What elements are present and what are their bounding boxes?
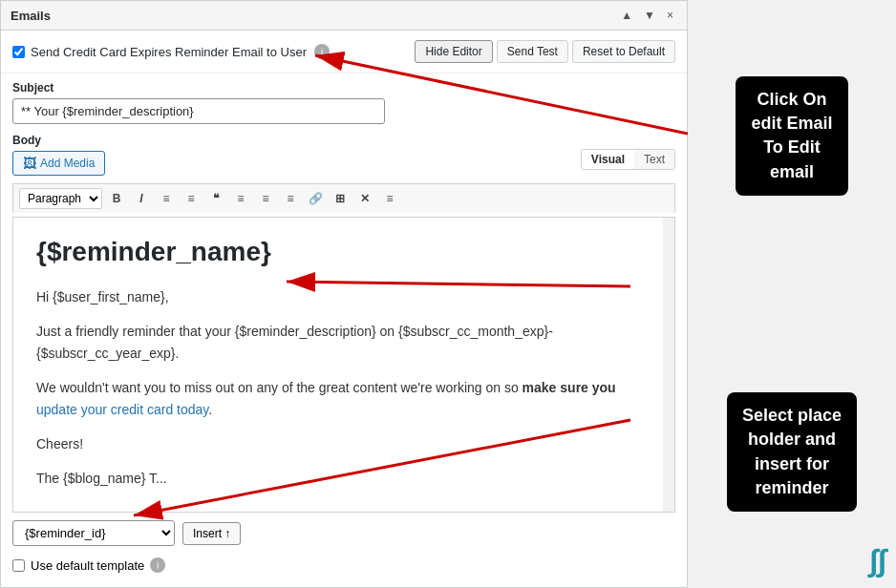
link-btn[interactable]: 🔗 <box>305 188 326 209</box>
use-default-row: Use default template i <box>1 554 687 577</box>
placeholder-select[interactable]: {$reminder_id} <box>12 520 175 546</box>
arrow-up-btn[interactable]: ▲ <box>617 7 636 24</box>
top-annotation: Click On edit Email To Edit email <box>736 76 847 196</box>
panel-arrows: ▲ ▼ × <box>617 7 677 24</box>
cheers-text: Cheers! <box>36 433 651 454</box>
editor-toolbar: Paragraph B I ≡ ≡ ❝ ≡ ≡ ≡ 🔗 ⊞ ✕ ≡ <box>12 183 675 213</box>
subject-section: Subject <box>1 74 687 128</box>
paragraph-select[interactable]: Paragraph <box>19 188 102 209</box>
body-section: Body 🖼 Add Media Visual Text <box>1 128 687 179</box>
credit-card-link[interactable]: update your credit card today <box>36 402 208 417</box>
add-media-button[interactable]: 🖼 Add Media <box>12 151 105 176</box>
signature-text: The {$blog_name} T... <box>36 468 651 489</box>
use-default-label: Use default template <box>31 558 144 573</box>
reset-to-default-button[interactable]: Reset to Default <box>572 40 675 63</box>
add-media-label: Add Media <box>40 157 95 170</box>
email-editor[interactable]: {$reminder_name} Hi {$user_first_name}, … <box>12 217 675 513</box>
use-default-info-icon[interactable]: i <box>150 557 165 573</box>
logo-icon: ∫∫ <box>869 543 886 578</box>
email-toggle-row: Send Credit Card Expires Reminder Email … <box>1 31 687 74</box>
more-btn[interactable]: ≡ <box>379 188 400 209</box>
info-icon[interactable]: i <box>314 44 330 59</box>
footer-row: {$reminder_id} Insert ↑ <box>1 513 687 554</box>
align-center-btn[interactable]: ≡ <box>255 188 276 209</box>
hide-editor-button[interactable]: Hide Editor <box>415 40 492 63</box>
body-label: Body <box>12 134 675 147</box>
insert-button[interactable]: Insert ↑ <box>182 522 241 545</box>
logo-area: ∫∫ <box>869 543 886 578</box>
bottom-annotation: Select place holder and insert for remin… <box>727 392 857 512</box>
arrow-down-btn[interactable]: ▼ <box>640 7 659 24</box>
annotation-area: Click On edit Email To Edit email Select… <box>688 0 896 588</box>
tab-visual[interactable]: Visual <box>582 150 634 169</box>
panel-title: Emails <box>11 9 51 23</box>
send-email-label: Send Credit Card Expires Reminder Email … <box>31 45 307 59</box>
italic-btn[interactable]: I <box>131 188 152 209</box>
editor-scrollbar[interactable] <box>663 218 674 512</box>
add-media-icon: 🖼 <box>23 156 36 171</box>
send-email-checkbox-label[interactable]: Send Credit Card Expires Reminder Email … <box>12 45 307 59</box>
editor-tabs: Visual Text <box>581 149 675 170</box>
bold-text: make sure you <box>523 380 616 395</box>
editor-buttons: Hide Editor Send Test Reset to Default <box>415 40 675 63</box>
bold-btn[interactable]: B <box>106 188 127 209</box>
unordered-list-btn[interactable]: ≡ <box>156 188 177 209</box>
send-test-button[interactable]: Send Test <box>497 40 568 63</box>
send-email-checkbox[interactable] <box>12 46 25 58</box>
blockquote-btn[interactable]: ❝ <box>205 188 226 209</box>
panel-header: Emails ▲ ▼ × <box>1 1 687 31</box>
greeting-text: Hi {$user_first_name}, <box>36 286 651 307</box>
use-default-checkbox[interactable] <box>12 559 25 572</box>
remove-format-btn[interactable]: ✕ <box>354 188 375 209</box>
tab-text[interactable]: Text <box>634 150 674 169</box>
align-right-btn[interactable]: ≡ <box>280 188 301 209</box>
main-panel: Emails ▲ ▼ × Send Credit Card Expires Re… <box>0 0 688 588</box>
align-left-btn[interactable]: ≡ <box>230 188 251 209</box>
email-template-title: {$reminder_name} <box>36 237 651 267</box>
table-btn[interactable]: ⊞ <box>330 188 351 209</box>
paragraph1-text: Just a friendly reminder that your {$rem… <box>36 321 651 364</box>
subject-label: Subject <box>12 81 675 94</box>
email-body: Hi {$user_first_name}, Just a friendly r… <box>36 286 651 490</box>
ordered-list-btn[interactable]: ≡ <box>181 188 202 209</box>
subject-input[interactable] <box>12 98 385 124</box>
close-panel-btn[interactable]: × <box>663 7 677 24</box>
paragraph2-text: We wouldn't want you to miss out on any … <box>36 377 651 420</box>
